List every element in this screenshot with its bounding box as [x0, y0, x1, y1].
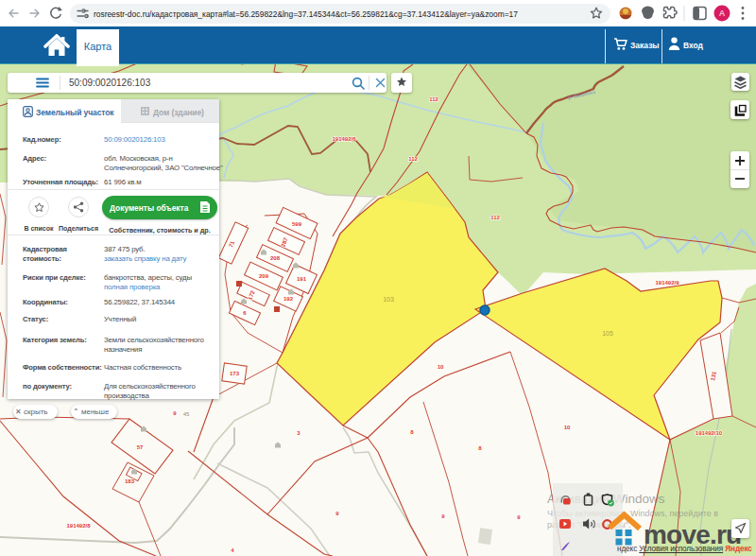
svg-text:191: 191 [297, 276, 307, 282]
svg-text:192: 192 [284, 296, 294, 302]
svg-text:A: A [719, 9, 726, 18]
svg-text:103: 103 [383, 296, 394, 303]
svg-text:10: 10 [438, 364, 444, 370]
svg-text:105: 105 [602, 330, 613, 337]
svg-text:57: 57 [137, 444, 144, 450]
svg-text:183: 183 [125, 478, 135, 484]
svg-text:191492/9: 191492/9 [655, 280, 679, 286]
svg-text:112: 112 [429, 96, 438, 102]
svg-text:209: 209 [259, 273, 269, 279]
svg-text:599: 599 [292, 221, 302, 227]
svg-text:45: 45 [183, 411, 190, 417]
svg-text:112: 112 [408, 156, 418, 162]
svg-text:112: 112 [490, 215, 500, 220]
svg-text:191492/10: 191492/10 [696, 430, 723, 436]
svg-text:191492/6: 191492/6 [332, 136, 356, 142]
svg-text:191492/8: 191492/8 [66, 523, 91, 529]
svg-text:10: 10 [564, 425, 571, 430]
svg-text:173: 173 [230, 371, 240, 376]
svg-text:208: 208 [270, 255, 281, 261]
